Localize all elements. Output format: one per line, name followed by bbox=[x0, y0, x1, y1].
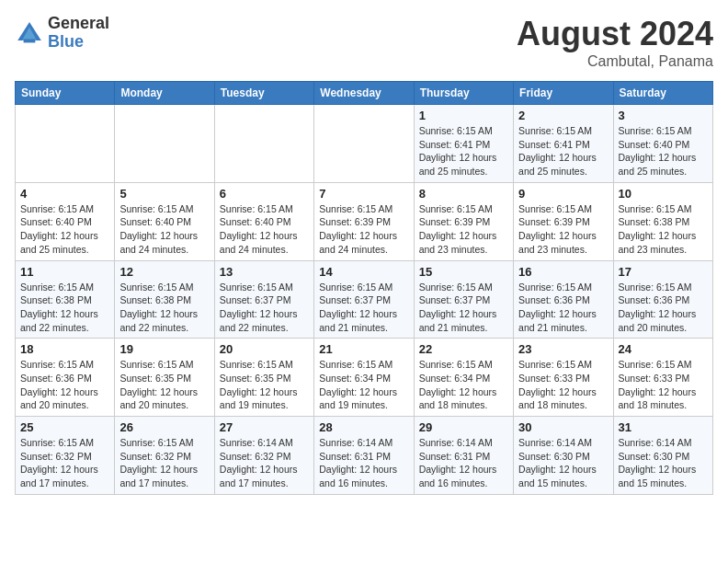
day-number: 28 bbox=[319, 420, 408, 434]
day-number: 27 bbox=[220, 420, 309, 434]
calendar-cell: 22Sunrise: 6:15 AM Sunset: 6:34 PM Dayli… bbox=[414, 339, 513, 417]
day-info: Sunrise: 6:15 AM Sunset: 6:38 PM Dayligh… bbox=[119, 281, 209, 335]
day-number: 23 bbox=[518, 342, 608, 356]
header-day: Sunday bbox=[16, 82, 115, 105]
day-info: Sunrise: 6:15 AM Sunset: 6:32 PM Dayligh… bbox=[119, 436, 209, 490]
calendar-cell: 5Sunrise: 6:15 AM Sunset: 6:40 PM Daylig… bbox=[115, 182, 214, 260]
day-info: Sunrise: 6:15 AM Sunset: 6:38 PM Dayligh… bbox=[20, 281, 109, 335]
day-number: 19 bbox=[119, 342, 209, 356]
day-number: 7 bbox=[319, 187, 408, 201]
calendar-cell: 14Sunrise: 6:15 AM Sunset: 6:37 PM Dayli… bbox=[314, 260, 414, 339]
day-number: 8 bbox=[419, 187, 508, 201]
calendar-body: 1Sunrise: 6:15 AM Sunset: 6:41 PM Daylig… bbox=[16, 105, 713, 495]
day-info: Sunrise: 6:15 AM Sunset: 6:34 PM Dayligh… bbox=[419, 358, 508, 412]
calendar-cell bbox=[16, 105, 115, 183]
day-info: Sunrise: 6:15 AM Sunset: 6:34 PM Dayligh… bbox=[319, 358, 408, 412]
calendar-cell: 12Sunrise: 6:15 AM Sunset: 6:38 PM Dayli… bbox=[115, 260, 214, 339]
day-info: Sunrise: 6:15 AM Sunset: 6:36 PM Dayligh… bbox=[619, 281, 708, 335]
day-number: 10 bbox=[619, 187, 708, 201]
title-block: August 2024 Cambutal, Panama bbox=[517, 15, 713, 70]
day-info: Sunrise: 6:15 AM Sunset: 6:40 PM Dayligh… bbox=[220, 202, 309, 257]
day-number: 16 bbox=[518, 265, 608, 279]
calendar-cell: 18Sunrise: 6:15 AM Sunset: 6:36 PM Dayli… bbox=[16, 339, 115, 417]
calendar-cell: 20Sunrise: 6:15 AM Sunset: 6:35 PM Dayli… bbox=[214, 339, 313, 417]
calendar-cell: 24Sunrise: 6:15 AM Sunset: 6:33 PM Dayli… bbox=[613, 339, 712, 417]
day-number: 30 bbox=[518, 420, 608, 434]
day-number: 3 bbox=[619, 109, 708, 122]
day-number: 20 bbox=[220, 342, 309, 356]
day-number: 9 bbox=[518, 187, 608, 201]
calendar-week-row: 18Sunrise: 6:15 AM Sunset: 6:36 PM Dayli… bbox=[16, 339, 713, 417]
header-day: Friday bbox=[514, 82, 613, 105]
month-year-title: August 2024 bbox=[517, 15, 713, 53]
calendar-table: SundayMondayTuesdayWednesdayThursdayFrid… bbox=[15, 81, 713, 495]
day-number: 12 bbox=[119, 265, 209, 279]
calendar-cell: 3Sunrise: 6:15 AM Sunset: 6:40 PM Daylig… bbox=[613, 105, 712, 183]
day-number: 11 bbox=[20, 265, 109, 279]
page-header: General Blue August 2024 Cambutal, Panam… bbox=[15, 15, 713, 70]
day-number: 17 bbox=[619, 265, 708, 279]
day-info: Sunrise: 6:15 AM Sunset: 6:41 PM Dayligh… bbox=[419, 124, 508, 178]
day-info: Sunrise: 6:15 AM Sunset: 6:37 PM Dayligh… bbox=[419, 281, 508, 335]
day-info: Sunrise: 6:15 AM Sunset: 6:39 PM Dayligh… bbox=[319, 202, 408, 257]
logo: General Blue bbox=[15, 15, 109, 52]
day-info: Sunrise: 6:14 AM Sunset: 6:31 PM Dayligh… bbox=[419, 436, 508, 490]
day-number: 24 bbox=[619, 342, 708, 356]
calendar-cell: 17Sunrise: 6:15 AM Sunset: 6:36 PM Dayli… bbox=[613, 260, 712, 339]
calendar-cell: 15Sunrise: 6:15 AM Sunset: 6:37 PM Dayli… bbox=[414, 260, 513, 339]
logo-blue-text: Blue bbox=[48, 33, 109, 52]
calendar-week-row: 11Sunrise: 6:15 AM Sunset: 6:38 PM Dayli… bbox=[16, 260, 713, 339]
day-info: Sunrise: 6:15 AM Sunset: 6:38 PM Dayligh… bbox=[619, 202, 708, 257]
day-info: Sunrise: 6:15 AM Sunset: 6:39 PM Dayligh… bbox=[518, 202, 608, 257]
calendar-cell: 4Sunrise: 6:15 AM Sunset: 6:40 PM Daylig… bbox=[16, 182, 115, 260]
day-number: 1 bbox=[419, 109, 508, 122]
day-info: Sunrise: 6:15 AM Sunset: 6:33 PM Dayligh… bbox=[619, 358, 708, 412]
calendar-header: SundayMondayTuesdayWednesdayThursdayFrid… bbox=[16, 82, 713, 105]
day-info: Sunrise: 6:14 AM Sunset: 6:30 PM Dayligh… bbox=[518, 436, 608, 490]
calendar-cell: 25Sunrise: 6:15 AM Sunset: 6:32 PM Dayli… bbox=[16, 417, 115, 495]
day-info: Sunrise: 6:15 AM Sunset: 6:32 PM Dayligh… bbox=[20, 436, 109, 490]
calendar-cell: 21Sunrise: 6:15 AM Sunset: 6:34 PM Dayli… bbox=[314, 339, 414, 417]
day-info: Sunrise: 6:15 AM Sunset: 6:35 PM Dayligh… bbox=[220, 358, 309, 412]
day-info: Sunrise: 6:15 AM Sunset: 6:37 PM Dayligh… bbox=[319, 281, 408, 335]
calendar-cell: 11Sunrise: 6:15 AM Sunset: 6:38 PM Dayli… bbox=[16, 260, 115, 339]
day-info: Sunrise: 6:15 AM Sunset: 6:40 PM Dayligh… bbox=[619, 124, 708, 178]
day-info: Sunrise: 6:15 AM Sunset: 6:39 PM Dayligh… bbox=[419, 202, 508, 257]
calendar-cell: 13Sunrise: 6:15 AM Sunset: 6:37 PM Dayli… bbox=[214, 260, 313, 339]
day-number: 15 bbox=[419, 265, 508, 279]
calendar-cell: 26Sunrise: 6:15 AM Sunset: 6:32 PM Dayli… bbox=[115, 417, 214, 495]
day-number: 5 bbox=[119, 187, 209, 201]
day-number: 26 bbox=[119, 420, 209, 434]
calendar-cell bbox=[214, 105, 313, 183]
day-number: 4 bbox=[20, 187, 109, 201]
day-info: Sunrise: 6:15 AM Sunset: 6:36 PM Dayligh… bbox=[518, 281, 608, 335]
calendar-cell: 27Sunrise: 6:14 AM Sunset: 6:32 PM Dayli… bbox=[214, 417, 313, 495]
header-row: SundayMondayTuesdayWednesdayThursdayFrid… bbox=[16, 82, 713, 105]
day-number: 18 bbox=[20, 342, 109, 356]
day-number: 14 bbox=[319, 265, 408, 279]
day-info: Sunrise: 6:15 AM Sunset: 6:41 PM Dayligh… bbox=[518, 124, 608, 178]
day-number: 25 bbox=[20, 420, 109, 434]
header-day: Thursday bbox=[414, 82, 513, 105]
calendar-cell: 1Sunrise: 6:15 AM Sunset: 6:41 PM Daylig… bbox=[414, 105, 513, 183]
calendar-cell: 23Sunrise: 6:15 AM Sunset: 6:33 PM Dayli… bbox=[514, 339, 613, 417]
header-day: Monday bbox=[115, 82, 214, 105]
day-number: 21 bbox=[319, 342, 408, 356]
calendar-cell: 9Sunrise: 6:15 AM Sunset: 6:39 PM Daylig… bbox=[514, 182, 613, 260]
header-day: Saturday bbox=[613, 82, 712, 105]
calendar-cell: 31Sunrise: 6:14 AM Sunset: 6:30 PM Dayli… bbox=[613, 417, 712, 495]
day-number: 22 bbox=[419, 342, 508, 356]
day-info: Sunrise: 6:14 AM Sunset: 6:32 PM Dayligh… bbox=[220, 436, 309, 490]
svg-rect-2 bbox=[24, 39, 36, 42]
day-info: Sunrise: 6:14 AM Sunset: 6:30 PM Dayligh… bbox=[619, 436, 708, 490]
calendar-cell: 30Sunrise: 6:14 AM Sunset: 6:30 PM Dayli… bbox=[514, 417, 613, 495]
calendar-cell bbox=[314, 105, 414, 183]
day-info: Sunrise: 6:15 AM Sunset: 6:40 PM Dayligh… bbox=[20, 202, 109, 257]
calendar-week-row: 25Sunrise: 6:15 AM Sunset: 6:32 PM Dayli… bbox=[16, 417, 713, 495]
day-info: Sunrise: 6:14 AM Sunset: 6:31 PM Dayligh… bbox=[319, 436, 408, 490]
day-info: Sunrise: 6:15 AM Sunset: 6:37 PM Dayligh… bbox=[220, 281, 309, 335]
header-day: Wednesday bbox=[314, 82, 414, 105]
day-number: 31 bbox=[619, 420, 708, 434]
day-info: Sunrise: 6:15 AM Sunset: 6:33 PM Dayligh… bbox=[518, 358, 608, 412]
calendar-cell bbox=[115, 105, 214, 183]
